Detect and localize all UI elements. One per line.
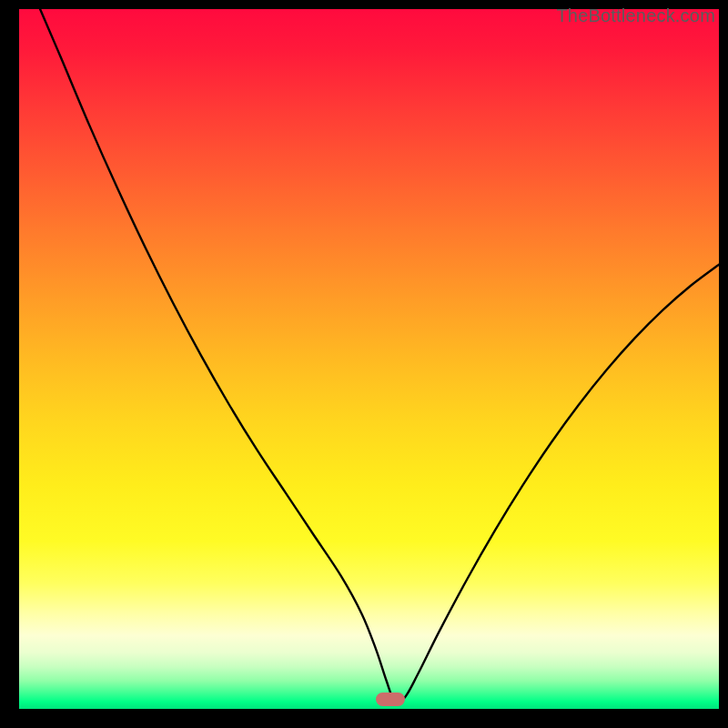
watermark-text: TheBottleneck.com bbox=[556, 5, 715, 26]
plot-area bbox=[19, 9, 719, 709]
chart-frame: TheBottleneck.com bbox=[0, 0, 728, 728]
optimal-range-marker bbox=[376, 693, 405, 706]
bottleneck-curve bbox=[19, 9, 719, 709]
